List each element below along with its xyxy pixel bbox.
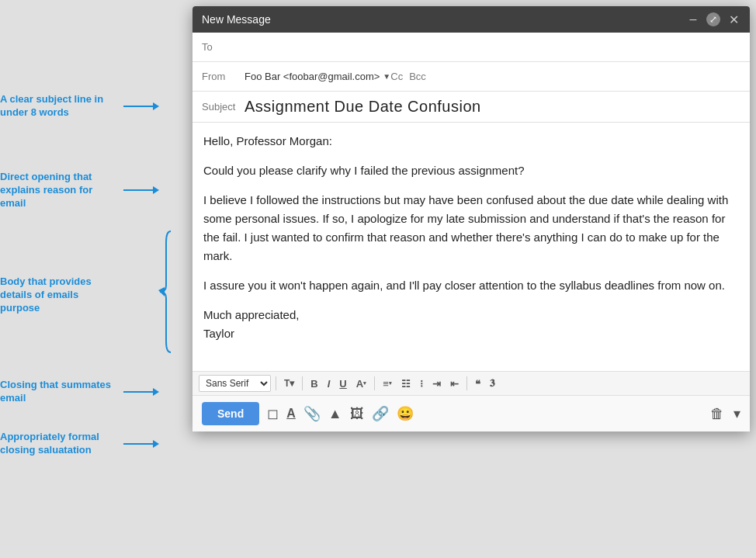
dropbox-icon[interactable]: ◻ — [267, 405, 279, 422]
body-paragraph3: I assure you it won't happen again, and … — [203, 276, 739, 295]
from-address: Foo Bar <foobar@gmail.com> — [244, 71, 380, 82]
compose-title: New Message — [202, 13, 271, 26]
annotation-body: Body that provides details of emails pur… — [0, 276, 123, 315]
to-field-row: To — [192, 33, 750, 62]
annotation-subject-text: A clear subject line in under 8 words — [0, 93, 120, 120]
to-input[interactable] — [244, 41, 740, 53]
subject-field-row: Subject Assignment Due Date Confusion — [192, 92, 750, 123]
drive-icon[interactable]: ▲ — [328, 406, 342, 422]
annotation-salutation-arrow — [123, 440, 159, 448]
attachment-icon[interactable]: 📎 — [303, 405, 321, 422]
body-bracket — [155, 230, 174, 354]
compose-footer: Send ◻ A 📎 ▲ 🖼 🔗 😀 🗑 ▾ — [192, 395, 750, 431]
underline-text-icon[interactable]: A — [286, 407, 296, 421]
annotation-subject: A clear subject line in under 8 words — [0, 93, 159, 120]
toolbar-sep-2 — [302, 376, 303, 390]
compose-body[interactable]: Hello, Professor Morgan: Could you pleas… — [192, 123, 750, 371]
annotation-closing-text: Closing that summates email — [0, 379, 120, 405]
link-icon[interactable]: 🔗 — [372, 405, 389, 422]
maximize-button[interactable]: ⤢ — [706, 12, 720, 26]
indent-button[interactable]: ⇥ — [429, 376, 444, 391]
subject-label: Subject — [202, 101, 244, 113]
font-color-button[interactable]: A▾ — [353, 376, 369, 391]
more-options-icon[interactable]: ▾ — [733, 405, 740, 422]
cc-button[interactable]: Cc — [390, 71, 403, 82]
from-value: Foo Bar <foobar@gmail.com> ▼ — [244, 71, 390, 82]
annotation-closing-arrow — [123, 388, 159, 396]
annotation-salutation-text: Appropriately formal closing saluatation — [0, 431, 120, 457]
unordered-list-button[interactable]: ⁝ — [417, 376, 426, 391]
font-size-button[interactable]: T▾ — [281, 376, 297, 390]
emoji-icon[interactable]: 😀 — [397, 405, 414, 422]
quote-button[interactable]: ❝ — [472, 376, 484, 391]
toolbar-sep-4 — [466, 376, 467, 390]
to-label: To — [202, 41, 244, 53]
formatting-toolbar: Sans Serif Serif Monospace T▾ B I U A▾ ≡… — [192, 371, 750, 395]
annotation-closing: Closing that summates email — [0, 379, 159, 405]
from-field-row: From Foo Bar <foobar@gmail.com> ▼ Cc Bcc — [192, 62, 750, 92]
compose-header: New Message – ⤢ ✕ — [192, 6, 750, 33]
svg-marker-0 — [158, 287, 165, 296]
italic-button[interactable]: I — [324, 376, 334, 391]
annotation-subject-arrow — [123, 102, 159, 110]
body-paragraph1: Could you please clarify why I failed th… — [203, 161, 739, 180]
ordered-list-button[interactable]: ☷ — [398, 376, 414, 391]
compose-window: New Message – ⤢ ✕ To From Foo Bar <fooba… — [192, 6, 750, 431]
annotation-opening: Direct opening that explains reason for … — [0, 171, 159, 210]
bcc-button[interactable]: Bcc — [409, 71, 426, 82]
bold-button[interactable]: B — [307, 376, 321, 391]
body-signature: Taylor — [203, 327, 234, 340]
body-paragraph2: I believe I followed the instructions bu… — [203, 191, 739, 265]
body-closing: Much appreciated, Taylor — [203, 306, 739, 343]
photo-icon[interactable]: 🖼 — [350, 406, 364, 422]
send-button[interactable]: Send — [202, 402, 259, 425]
annotation-opening-text: Direct opening that explains reason for … — [0, 171, 120, 210]
from-label: From — [202, 71, 244, 82]
trash-icon[interactable]: 🗑 — [710, 406, 724, 422]
window-controls: – ⤢ ✕ — [686, 12, 740, 26]
toolbar-sep-1 — [276, 376, 276, 390]
annotation-opening-arrow — [123, 186, 159, 194]
annotation-salutation: Appropriately formal closing saluatation — [0, 431, 159, 457]
subject-value: Assignment Due Date Confusion — [244, 98, 481, 116]
footer-right-actions: 🗑 ▾ — [710, 405, 740, 422]
align-button[interactable]: ≡▾ — [380, 376, 395, 391]
close-button[interactable]: ✕ — [727, 12, 740, 26]
body-greeting: Hello, Professor Morgan: — [203, 132, 739, 151]
from-dropdown-icon[interactable]: ▼ — [383, 72, 390, 81]
underline-button[interactable]: U — [336, 376, 349, 391]
font-family-select[interactable]: Sans Serif Serif Monospace — [199, 375, 271, 392]
outdent-button[interactable]: ⇤ — [447, 376, 462, 391]
clear-formatting-button[interactable]: 𝟑 — [487, 376, 498, 391]
annotation-body-text: Body that provides details of emails pur… — [0, 276, 120, 315]
cc-bcc-buttons: Cc Bcc — [390, 71, 426, 82]
toolbar-sep-3 — [374, 376, 375, 390]
minimize-button[interactable]: – — [686, 12, 700, 26]
